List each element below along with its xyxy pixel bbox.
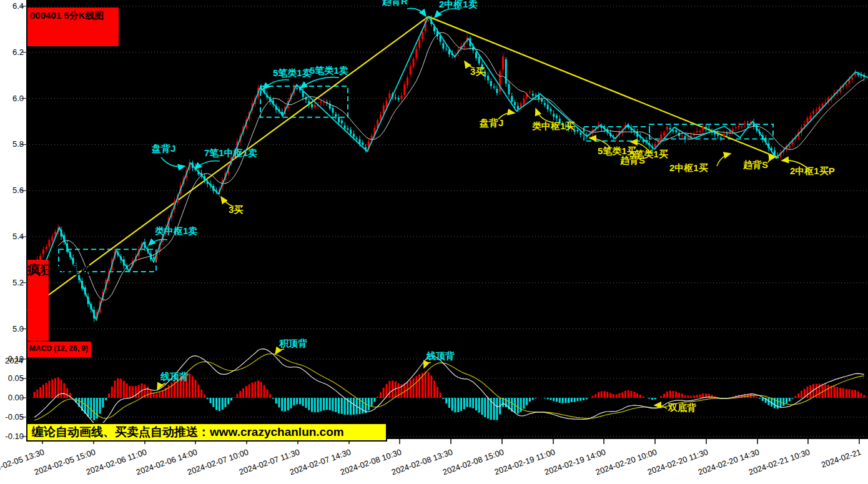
macd-histogram-bar (648, 398, 650, 398)
macd-histogram-bar (660, 396, 662, 398)
macd-histogram-bar (809, 385, 811, 398)
macd-histogram-bar (260, 382, 262, 398)
macd-histogram-bar (618, 393, 620, 398)
macd-histogram-bar (123, 381, 125, 398)
candle-body (684, 136, 686, 139)
candle-body (51, 237, 53, 240)
macd-histogram-bar (344, 398, 346, 415)
macd-histogram-bar (284, 398, 286, 412)
candle-body (544, 103, 546, 106)
macd-histogram-bar (478, 398, 480, 413)
candle-body (502, 57, 504, 70)
candle-body (702, 127, 704, 131)
macd-histogram-bar (576, 398, 578, 401)
candle-body (48, 240, 50, 247)
macd-histogram-bar (350, 398, 352, 415)
promo-banner[interactable]: 缠论自动画线、买卖点自动推送：www.crazychanlun.com (26, 423, 387, 442)
candle-body (514, 102, 516, 106)
candle-body (529, 92, 531, 92)
candle-body (789, 146, 791, 148)
candle-body (311, 104, 313, 107)
macd-histogram-bar (197, 385, 199, 398)
candle-body (54, 232, 56, 235)
macd-histogram-bar (377, 397, 378, 398)
annotation-线顶背-19: 线顶背 (427, 350, 455, 362)
macd-histogram-bar (147, 387, 149, 398)
macd-histogram-bar (200, 390, 202, 398)
candle-body (807, 118, 809, 123)
macd-histogram-bar (245, 386, 247, 398)
candle-body (475, 52, 477, 58)
macd-histogram-bar (792, 398, 794, 398)
macd-histogram-bar (484, 398, 486, 417)
macd-histogram-bar (418, 374, 420, 398)
macd-histogram-bar (442, 398, 444, 399)
macd-histogram-bar (219, 398, 220, 411)
candle-body (353, 134, 355, 137)
candle-body (42, 249, 44, 254)
macd-histogram-bar (42, 385, 44, 398)
macd-histogram-bar (111, 387, 113, 398)
macd-histogram-bar (296, 398, 298, 404)
macd-histogram-bar (445, 398, 447, 403)
price-tick-label: 6.0 (0, 94, 24, 103)
candle-body (46, 247, 47, 249)
candle-body (732, 129, 734, 131)
annotation-3买-8: 3买 (470, 66, 485, 78)
candle-body (398, 98, 400, 100)
candle-body (478, 57, 480, 64)
candle-body (517, 106, 519, 109)
candle-body (320, 101, 322, 102)
macd-histogram-bar (562, 398, 564, 403)
candle-body (819, 107, 821, 111)
candle-body (383, 106, 385, 114)
macd-histogram-bar (102, 398, 104, 408)
candle-body (508, 84, 510, 94)
macd-histogram-bar (332, 398, 334, 411)
candle-body (747, 124, 749, 124)
macd-histogram-bar (380, 392, 382, 398)
macd-histogram-bar (427, 372, 429, 398)
candle-body (672, 131, 674, 132)
macd-histogram-bar (135, 386, 137, 398)
macd-histogram-bar (517, 398, 519, 413)
annotation-类中枢1买-10: 类中枢1买 (532, 121, 575, 132)
candle-body (738, 126, 740, 127)
macd-histogram-bar (54, 378, 56, 398)
macd-histogram-bar (266, 389, 268, 398)
macd-histogram-bar (675, 392, 677, 398)
macd-histogram-bar (413, 378, 415, 398)
candle-body (418, 39, 420, 47)
macd-histogram-bar (242, 388, 244, 398)
macd-histogram-bar (654, 398, 656, 399)
candle-body (388, 93, 390, 97)
candle-body (413, 59, 415, 67)
macd-histogram-bar (403, 383, 405, 398)
candle-body (490, 81, 492, 86)
macd-histogram-bar (681, 393, 683, 398)
macd-histogram-bar (410, 380, 412, 398)
candle-body (741, 126, 742, 127)
macd-histogram-bar (430, 375, 432, 398)
price-tick-label: 6.4 (0, 1, 24, 11)
macd-histogram-bar (794, 396, 796, 398)
candle-body (487, 76, 489, 80)
macd-histogram-bar (451, 398, 453, 411)
macd-histogram-bar (281, 398, 283, 411)
macd-histogram-bar (606, 392, 608, 398)
macd-histogram-bar (863, 395, 865, 398)
price-tick-label: 5.6 (0, 185, 24, 195)
macd-indicator-label[interactable]: MACD (12, 26, 9) (27, 342, 91, 357)
macd-histogram-bar (801, 391, 802, 398)
macd-histogram-bar (440, 393, 441, 398)
macd-histogram-bar (636, 393, 638, 398)
chart-canvas[interactable] (0, 0, 868, 484)
candle-body (296, 88, 298, 89)
macd-histogram-bar (338, 398, 340, 413)
macd-histogram-bar (272, 398, 274, 398)
candle-body (547, 105, 549, 110)
candle-body (824, 102, 826, 103)
candle-body (660, 134, 662, 141)
macd-histogram-bar (586, 398, 588, 399)
price-tick-label: 5.8 (0, 139, 24, 149)
